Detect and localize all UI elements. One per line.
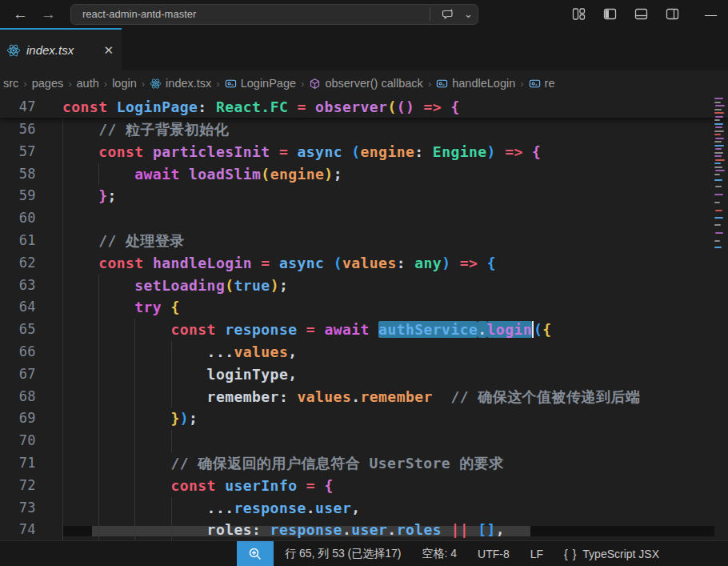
line-number[interactable]: 69 xyxy=(0,407,62,430)
line-number[interactable]: 57 xyxy=(0,141,62,163)
line-number[interactable]: 58 xyxy=(0,163,62,186)
token: , xyxy=(496,521,505,538)
code-line-74[interactable]: 74 roles: response.user.roles || [], xyxy=(0,519,728,540)
code-line-59[interactable]: 59 }; xyxy=(0,185,728,207)
status-item-label: UTF-8 xyxy=(478,548,510,560)
token xyxy=(270,143,279,160)
indent-guide xyxy=(134,363,135,386)
window-minimize-icon[interactable]: — xyxy=(705,7,717,21)
indent-guide xyxy=(98,475,99,497)
code-line-60[interactable]: 60 xyxy=(0,207,728,230)
token: => xyxy=(460,255,478,271)
token: any xyxy=(414,255,442,271)
token: : xyxy=(397,255,415,271)
line-number[interactable]: 56 xyxy=(0,118,62,141)
code-text: }; xyxy=(62,185,728,207)
code-line-69[interactable]: 69 }); xyxy=(0,407,728,430)
chevron-right-icon: › xyxy=(68,78,71,90)
token: values xyxy=(234,343,288,360)
line-number[interactable]: 47 xyxy=(0,96,62,118)
indent-guide xyxy=(62,141,63,163)
code-line-66[interactable]: 66 ...values, xyxy=(0,341,728,363)
minimap[interactable] xyxy=(714,96,728,540)
token: true xyxy=(234,277,270,294)
status-item-lf[interactable]: LF xyxy=(530,548,543,560)
title-bar: ← → react-admin-antd-master ⌄ xyxy=(0,0,728,28)
breadcrumb-item-login[interactable]: login xyxy=(112,77,137,90)
minimap-mark xyxy=(715,170,725,171)
code-line-57[interactable]: 57 const particlesInit = async (engine: … xyxy=(0,141,728,163)
indent-guide xyxy=(62,341,63,363)
breadcrumb-item-auth[interactable]: auth xyxy=(77,77,99,90)
code-line-58[interactable]: 58 await loadSlim(engine); xyxy=(0,163,728,186)
line-number[interactable]: 59 xyxy=(0,185,62,207)
sticky-scroll-line[interactable]: 47const LoginPage: React.FC = observer((… xyxy=(0,96,728,118)
breadcrumb-item-re[interactable]: re xyxy=(529,77,555,90)
code-line-72[interactable]: 72 const userInfo = { xyxy=(0,475,728,497)
token: . xyxy=(387,521,396,538)
line-number[interactable]: 60 xyxy=(0,207,62,230)
line-number[interactable]: 66 xyxy=(0,341,62,363)
chevron-right-icon: › xyxy=(301,78,304,90)
breadcrumb-item-observer-callback[interactable]: observer() callback xyxy=(309,77,423,90)
editor[interactable]: 47const LoginPage: React.FC = observer((… xyxy=(0,96,728,540)
line-number[interactable]: 72 xyxy=(0,475,62,497)
status-item--4[interactable]: 空格: 4 xyxy=(422,547,458,561)
status-item-label: TypeScript JSX xyxy=(582,548,659,560)
code-line-70[interactable]: 70 xyxy=(0,430,728,452)
react-icon xyxy=(6,43,21,58)
code-line-73[interactable]: 73 ...response.user, xyxy=(0,497,728,520)
minimap-mark xyxy=(714,167,722,168)
code-line-71[interactable]: 71 // 确保返回的用户信息符合 UserStore 的要求 xyxy=(0,452,728,475)
line-number[interactable]: 73 xyxy=(0,497,62,520)
chevron-down-icon[interactable]: ⌄ xyxy=(459,8,478,20)
tab-index-tsx[interactable]: index.tsx ✕ xyxy=(0,28,122,70)
breadcrumb-item-loginpage[interactable]: LoginPage xyxy=(225,77,296,90)
line-number[interactable]: 61 xyxy=(0,230,62,252)
code-line-56[interactable]: 56 // 粒子背景初始化 xyxy=(0,118,728,141)
indent-guide xyxy=(98,386,99,408)
code-text: const response = await authService.login… xyxy=(62,319,728,341)
code-text: // 确保返回的用户信息符合 UserStore 的要求 xyxy=(62,452,728,475)
toggle-panel-icon[interactable] xyxy=(634,7,648,21)
breadcrumb-item-src[interactable]: src xyxy=(3,77,18,90)
breadcrumb-item-handlelogin[interactable]: handleLogin xyxy=(436,77,515,90)
code-line-63[interactable]: 63 setLoading(true); xyxy=(0,275,728,297)
code-line-67[interactable]: 67 loginType, xyxy=(0,363,728,386)
code-line-65[interactable]: 65 const response = await authService.lo… xyxy=(0,319,728,341)
code-line-62[interactable]: 62 const handleLogin = async (values: an… xyxy=(0,252,728,275)
command-center[interactable]: react-admin-antd-master ⌄ xyxy=(70,4,478,25)
status-item-typescript-jsx[interactable]: { }TypeScript JSX xyxy=(564,548,659,560)
status-item-utf-8[interactable]: UTF-8 xyxy=(478,548,510,560)
line-number[interactable]: 64 xyxy=(0,296,62,319)
zoom-status-button[interactable] xyxy=(237,541,274,566)
line-number[interactable]: 71 xyxy=(0,452,62,475)
code-line-64[interactable]: 64 try { xyxy=(0,296,728,319)
nav-back-icon[interactable]: ← xyxy=(13,6,28,22)
code-line-68[interactable]: 68 remember: values.remember // 确保这个值被传递… xyxy=(0,386,728,408)
status-item--65-53-17-[interactable]: 行 65, 列 53 (已选择17) xyxy=(285,547,402,561)
code-text: ...response.user, xyxy=(62,497,728,520)
nav-forward-icon[interactable]: → xyxy=(41,6,56,22)
line-number[interactable]: 63 xyxy=(0,275,62,297)
line-number[interactable]: 62 xyxy=(0,252,62,275)
line-number[interactable]: 68 xyxy=(0,386,62,408)
line-number[interactable]: 74 xyxy=(0,519,62,540)
customize-layout-icon[interactable] xyxy=(572,7,586,21)
token: Engine xyxy=(433,143,487,160)
breadcrumb-item-index-tsx[interactable]: index.tsx xyxy=(150,77,211,90)
indent-guide xyxy=(62,452,63,475)
breadcrumb-item-pages[interactable]: pages xyxy=(32,77,64,90)
toggle-primary-sidebar-icon[interactable] xyxy=(603,7,617,21)
code-line-61[interactable]: 61 // 处理登录 xyxy=(0,230,728,252)
line-number[interactable]: 67 xyxy=(0,363,62,386)
code-line-47[interactable]: 47const LoginPage: React.FC = observer((… xyxy=(0,96,728,118)
line-number[interactable]: 70 xyxy=(0,430,62,452)
toggle-secondary-sidebar-icon[interactable] xyxy=(666,7,679,21)
token xyxy=(62,255,98,271)
line-number[interactable]: 65 xyxy=(0,319,62,341)
tab-close-icon[interactable]: ✕ xyxy=(103,43,114,58)
breadcrumb-label: handleLogin xyxy=(452,77,515,90)
chat-icon[interactable] xyxy=(437,8,459,21)
code-text: loginType, xyxy=(62,363,728,386)
